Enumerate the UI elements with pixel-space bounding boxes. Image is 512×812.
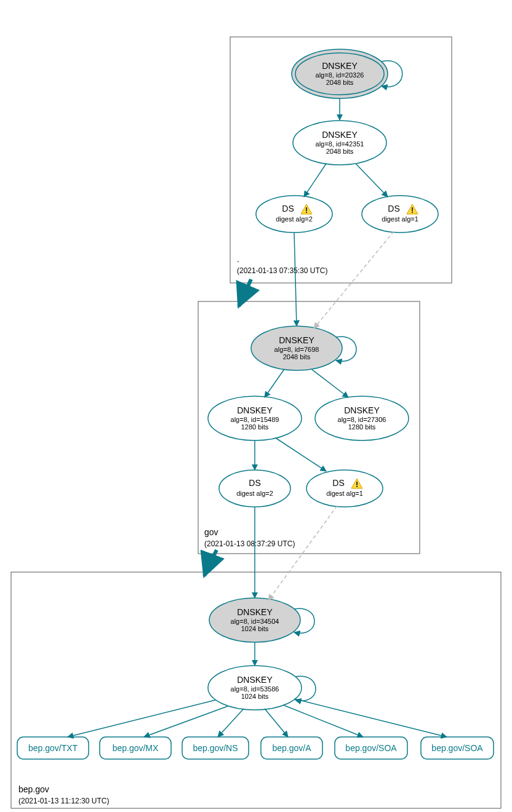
zone-root-label: . [237, 254, 239, 264]
node-gov-ds1: DS digest alg=1 [306, 470, 383, 507]
edge-root-ds2-to-gov-ksk [294, 233, 297, 326]
svg-text:alg=8, id=34504: alg=8, id=34504 [231, 618, 279, 625]
node-bep-zsk: DNSKEY alg=8, id=53586 1024 bits [208, 666, 302, 710]
zone-bep-label: bep.gov [18, 784, 49, 794]
zone-gov-label: gov [204, 527, 218, 537]
record-txt: bep.gov/TXT [17, 737, 89, 759]
node-gov-zsk2: DNSKEY alg=8, id=27306 1280 bits [315, 396, 409, 440]
node-gov-zsk1: DNSKEY alg=8, id=15489 1280 bits [208, 396, 302, 440]
node-root-zsk: DNSKEY alg=8, id=42351 2048 bits [293, 121, 386, 165]
svg-text:bep.gov/TXT: bep.gov/TXT [28, 743, 78, 753]
zone-bep-timestamp: (2021-01-13 11:12:30 UTC) [18, 797, 109, 805]
svg-text:DNSKEY: DNSKEY [237, 675, 273, 685]
edge-zsk-to-soa1 [283, 705, 363, 737]
edge-root-ds1-to-gov-ksk [314, 231, 394, 328]
svg-text:alg=8, id=20326: alg=8, id=20326 [316, 71, 364, 79]
svg-text:DNSKEY: DNSKEY [344, 405, 380, 415]
edge-root-zsk-to-ds2 [304, 164, 326, 197]
svg-text:2048 bits: 2048 bits [326, 148, 354, 155]
record-mx: bep.gov/MX [100, 737, 171, 759]
svg-text:bep.gov/MX: bep.gov/MX [113, 743, 159, 753]
svg-text:DS: DS [332, 478, 344, 488]
svg-text:DNSKEY: DNSKEY [237, 405, 273, 415]
edge-gov-ksk-to-zsk1 [265, 369, 284, 397]
svg-text:alg=8, id=42351: alg=8, id=42351 [316, 140, 364, 148]
edge-zsk-to-soa2 [294, 699, 447, 737]
edge-root-to-gov-delegation [239, 279, 251, 306]
node-root-ksk: DNSKEY alg=8, id=20326 2048 bits [292, 49, 388, 98]
svg-text:DS: DS [249, 478, 260, 488]
svg-point-11 [256, 196, 332, 233]
svg-text:2048 bits: 2048 bits [283, 353, 311, 360]
svg-text:2048 bits: 2048 bits [326, 79, 354, 86]
svg-text:DNSKEY: DNSKEY [322, 61, 358, 71]
svg-text:digest alg=1: digest alg=1 [326, 490, 363, 497]
node-root-ds2: DS digest alg=2 [256, 196, 332, 233]
record-soa1: bep.gov/SOA [335, 737, 407, 759]
edge-gov-zsk1-to-ds1 [276, 438, 326, 471]
svg-text:bep.gov/A: bep.gov/A [272, 743, 311, 753]
edge-gov-ksk-to-zsk2 [311, 369, 348, 397]
svg-point-29 [219, 470, 290, 507]
svg-text:DS: DS [282, 204, 294, 213]
node-gov-ds2: DS digest alg=2 [219, 470, 290, 507]
zone-gov-timestamp: (2021-01-13 08:37:29 UTC) [204, 539, 295, 548]
svg-text:digest alg=1: digest alg=1 [382, 215, 418, 223]
svg-text:bep.gov/SOA: bep.gov/SOA [431, 743, 483, 753]
record-a: bep.gov/A [261, 737, 322, 759]
edge-zsk-to-mx [144, 706, 228, 737]
svg-text:DNSKEY: DNSKEY [237, 607, 273, 617]
svg-point-32 [306, 470, 383, 507]
svg-text:alg=8, id=7698: alg=8, id=7698 [274, 346, 319, 353]
node-bep-ksk: DNSKEY alg=8, id=34504 1024 bits [209, 598, 300, 642]
record-soa2: bep.gov/SOA [421, 737, 494, 759]
svg-point-14 [362, 196, 438, 233]
svg-text:1280 bits: 1280 bits [241, 423, 269, 431]
zone-root-timestamp: (2021-01-13 07:35:30 UTC) [237, 266, 327, 275]
svg-text:alg=8, id=15489: alg=8, id=15489 [231, 416, 279, 423]
edge-zsk-to-a [265, 709, 288, 737]
svg-text:digest alg=2: digest alg=2 [236, 490, 273, 497]
record-ns: bep.gov/NS [182, 737, 249, 759]
svg-text:1024 bits: 1024 bits [241, 693, 269, 700]
svg-text:alg=8, id=53586: alg=8, id=53586 [231, 685, 279, 693]
svg-text:DS: DS [388, 204, 399, 213]
edge-zsk-to-ns [218, 709, 244, 737]
svg-text:DNSKEY: DNSKEY [322, 130, 358, 140]
svg-text:1280 bits: 1280 bits [348, 423, 376, 431]
edge-gov-ds1-to-bep-ksk [268, 506, 337, 600]
svg-text:1024 bits: 1024 bits [241, 625, 269, 632]
svg-text:alg=8, id=27306: alg=8, id=27306 [338, 416, 386, 423]
svg-text:bep.gov/NS: bep.gov/NS [193, 743, 238, 753]
svg-text:DNSKEY: DNSKEY [279, 335, 314, 345]
dnssec-diagram: . (2021-01-13 07:35:30 UTC) DNSKEY alg=8… [0, 0, 512, 812]
node-root-ds1: DS digest alg=1 [362, 196, 438, 233]
edge-root-zsk-to-ds1 [356, 164, 388, 197]
svg-text:bep.gov/SOA: bep.gov/SOA [345, 743, 397, 753]
svg-text:digest alg=2: digest alg=2 [276, 215, 313, 223]
node-gov-ksk: DNSKEY alg=8, id=7698 2048 bits [251, 326, 342, 370]
